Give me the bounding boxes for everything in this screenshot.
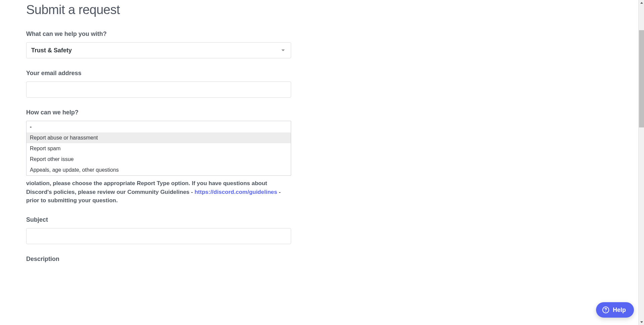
help-widget-label: Help (613, 307, 626, 314)
field-email: Your email address (26, 70, 291, 98)
field-how-help: How can we help? - Report abuse or haras… (26, 109, 291, 205)
field-subject: Subject (26, 216, 291, 244)
how-help-dropdown[interactable]: - Report abuse or harassment Report spam… (26, 121, 291, 176)
svg-point-1 (605, 311, 606, 312)
how-help-option-1[interactable]: Report spam (26, 143, 291, 154)
chevron-down-icon (281, 50, 285, 51)
email-label: Your email address (26, 70, 291, 77)
scrollbar-up-button[interactable] (639, 0, 644, 6)
how-help-option-2[interactable]: Report other issue (26, 154, 291, 165)
scrollbar-down-button[interactable] (639, 319, 644, 325)
field-description: Description (26, 256, 291, 263)
page-title: Submit a request (26, 3, 291, 17)
field-help-with: What can we help you with? Trust & Safet… (26, 31, 291, 58)
help-with-label: What can we help you with? (26, 31, 291, 38)
scrollbar[interactable] (638, 0, 644, 325)
subject-label: Subject (26, 216, 291, 223)
description-label: Description (26, 256, 291, 263)
scrollbar-thumb[interactable] (639, 30, 644, 127)
how-help-hint: violation, please choose the appropriate… (26, 179, 291, 205)
subject-input[interactable] (26, 228, 291, 244)
how-help-option-3[interactable]: Appeals, age update, other questions (26, 165, 291, 175)
guidelines-link[interactable]: https://discord.com/guidelines (195, 189, 277, 195)
how-help-placeholder-option[interactable]: - (26, 121, 291, 132)
how-help-label: How can we help? (26, 109, 291, 116)
help-with-selected-value: Trust & Safety (31, 47, 72, 54)
help-icon (602, 306, 609, 314)
email-input[interactable] (26, 82, 291, 98)
help-widget-button[interactable]: Help (596, 302, 634, 318)
how-help-option-0[interactable]: Report abuse or harassment (26, 132, 291, 143)
help-with-select[interactable]: Trust & Safety (26, 42, 291, 58)
